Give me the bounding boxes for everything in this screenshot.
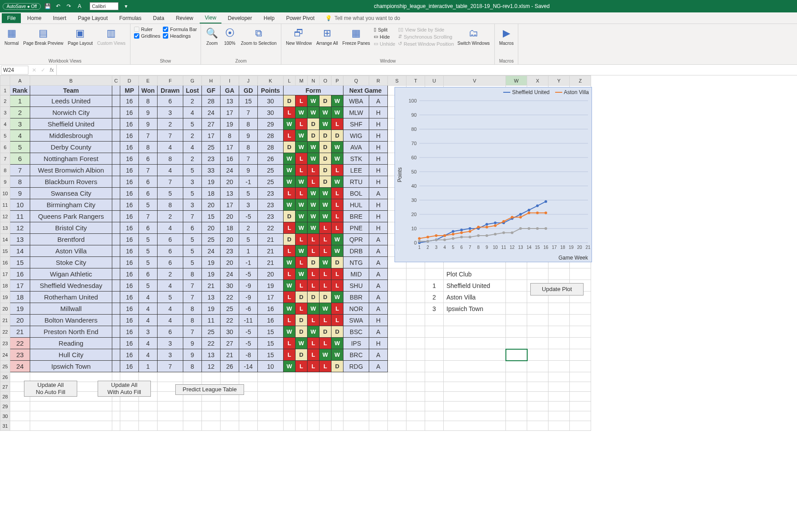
cell-L14[interactable]: D (284, 234, 296, 245)
cell-L25[interactable]: W (284, 361, 296, 372)
cell-B19[interactable]: Rotherham United (30, 292, 112, 303)
cell-L20[interactable]: W (284, 303, 296, 315)
cell-I5[interactable]: 8 (221, 130, 239, 142)
autosave-toggle[interactable]: AutoSave ● Off (3, 3, 41, 10)
cell-D25[interactable]: 16 (120, 361, 139, 372)
cell-P9[interactable]: W (331, 176, 343, 188)
cell-X28[interactable] (527, 392, 548, 402)
cell-F8[interactable]: 4 (158, 165, 183, 176)
cell-G16[interactable]: 5 (183, 257, 202, 268)
tab-view[interactable]: View (200, 13, 222, 24)
row-header-2[interactable]: 2 (0, 95, 10, 107)
cell-O7[interactable]: D (320, 153, 331, 165)
cell-M25[interactable]: L (296, 361, 308, 372)
cell-K3[interactable]: 30 (258, 107, 284, 118)
cell-Q18[interactable]: SHU (343, 280, 369, 292)
cell-T30[interactable] (406, 411, 425, 421)
cell-G31[interactable] (183, 421, 202, 431)
cell-L12[interactable]: D (284, 211, 296, 222)
cell-I7[interactable]: 16 (221, 153, 239, 165)
cell-D29[interactable] (120, 402, 139, 411)
cell-Q21[interactable]: SWA (343, 315, 369, 326)
cell-M6[interactable]: W (296, 142, 308, 153)
cell-I2[interactable]: 13 (221, 95, 239, 107)
cell-J2[interactable]: 15 (239, 95, 258, 107)
row-header-9[interactable]: 9 (0, 176, 10, 188)
cell-S28[interactable] (388, 392, 406, 402)
cell-W19[interactable] (506, 292, 527, 303)
cell-P10[interactable]: L (331, 188, 343, 199)
cell-G29[interactable] (183, 402, 202, 411)
cell-F10[interactable]: 5 (158, 188, 183, 199)
cell-F14[interactable]: 6 (158, 234, 183, 245)
cell-H4[interactable]: 27 (202, 118, 221, 130)
cell-X24[interactable] (527, 349, 548, 361)
cell-J18[interactable]: -9 (239, 280, 258, 292)
cell-H2[interactable]: 28 (202, 95, 221, 107)
cell-O20[interactable]: W (320, 303, 331, 315)
cell-A23[interactable]: 22 (10, 338, 30, 349)
cell-O12[interactable]: W (320, 211, 331, 222)
cell-F29[interactable] (158, 402, 183, 411)
row-header-5[interactable]: 5 (0, 130, 10, 142)
cell-Q5[interactable]: WIG (343, 130, 369, 142)
cell-B1[interactable]: Team (30, 86, 112, 95)
custom-views-button[interactable]: ▥Custom Views (96, 26, 126, 47)
cell-M17[interactable]: W (296, 268, 308, 280)
cell-D30[interactable] (120, 411, 139, 421)
col-header-B[interactable]: B (30, 76, 112, 86)
cell-R18[interactable]: A (369, 280, 388, 292)
cell-O16[interactable]: W (320, 257, 331, 268)
cell-T28[interactable] (406, 392, 425, 402)
cell-G10[interactable]: 5 (183, 188, 202, 199)
cell-B6[interactable]: Derby County (30, 142, 112, 153)
cell-R31[interactable] (369, 421, 388, 431)
cell-U17[interactable] (425, 268, 444, 280)
formula-bar-checkbox[interactable]: Formula Bar (163, 27, 197, 32)
cell-G19[interactable]: 7 (183, 292, 202, 303)
cell-P26[interactable] (331, 372, 343, 382)
cell-N30[interactable] (308, 411, 320, 421)
reset-position-button[interactable]: ↺Reset Window Position (398, 41, 454, 47)
cell-K23[interactable]: 15 (258, 338, 284, 349)
cell-E31[interactable] (139, 421, 158, 431)
col-header-S[interactable]: S (388, 76, 406, 86)
cell-F20[interactable]: 4 (158, 303, 183, 315)
cell-J11[interactable]: 3 (239, 199, 258, 211)
cell-T26[interactable] (406, 372, 425, 382)
row-header-27[interactable]: 27 (0, 382, 10, 392)
tab-home[interactable]: Home (22, 13, 47, 23)
cell-B7[interactable]: Nottingham Forest (30, 153, 112, 165)
cell-K26[interactable] (258, 372, 284, 382)
cell-C4[interactable] (112, 118, 120, 130)
cell-X31[interactable] (527, 421, 548, 431)
cell-N6[interactable]: W (308, 142, 320, 153)
cell-K9[interactable]: 25 (258, 176, 284, 188)
cell-N31[interactable] (308, 421, 320, 431)
cell-F1[interactable]: Drawn (158, 86, 183, 95)
cell-V19[interactable]: Aston Villa (444, 292, 506, 303)
row-header-20[interactable]: 20 (0, 303, 10, 315)
cell-I6[interactable]: 17 (221, 142, 239, 153)
cell-U27[interactable] (425, 382, 444, 392)
cell-N5[interactable]: D (308, 130, 320, 142)
switch-windows-button[interactable]: 🗂Switch Windows (457, 26, 491, 47)
cell-V18[interactable]: Sheffield United (444, 280, 506, 292)
cell-P15[interactable]: W (331, 245, 343, 257)
unhide-button[interactable]: ▭Unhide (374, 41, 395, 47)
cell-H8[interactable]: 33 (202, 165, 221, 176)
col-header-O[interactable]: O (320, 76, 331, 86)
cell-H29[interactable] (202, 402, 221, 411)
cell-I12[interactable]: 20 (221, 211, 239, 222)
cell-K31[interactable] (258, 421, 284, 431)
cell-K18[interactable]: 19 (258, 280, 284, 292)
cell-R8[interactable]: H (369, 165, 388, 176)
tab-file[interactable]: File (2, 13, 21, 23)
cell-X20[interactable] (527, 303, 548, 315)
cell-M11[interactable]: W (296, 199, 308, 211)
cell-A11[interactable]: 10 (10, 199, 30, 211)
zoom-100-button[interactable]: ⦿100% (222, 26, 237, 47)
cell-G9[interactable]: 3 (183, 176, 202, 188)
cell-S29[interactable] (388, 402, 406, 411)
cell-V26[interactable] (444, 372, 506, 382)
